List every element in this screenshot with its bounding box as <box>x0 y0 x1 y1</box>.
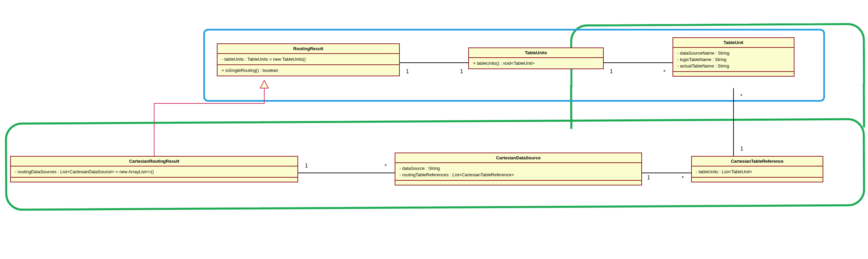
class-operations <box>673 71 794 76</box>
group-green-connector <box>570 83 865 129</box>
attribute: - dataSourceName : String <box>677 50 790 56</box>
attribute: - tableUnits : List<TableUnit> <box>696 168 819 175</box>
class-name: RoutingResult <box>218 44 399 53</box>
class-operations <box>692 177 823 182</box>
multiplicity: * <box>663 69 665 75</box>
operation: + tableUnits() : void<TableUnit> <box>473 60 599 66</box>
class-operations: + isSingleRouting() : boolean <box>218 64 399 76</box>
multiplicity: 1 <box>740 146 743 152</box>
operation: + isSingleRouting() : boolean <box>222 67 395 74</box>
multiplicity: 1 <box>647 175 650 181</box>
multiplicity: 1 <box>406 68 409 75</box>
multiplicity: 1 <box>610 68 613 75</box>
class-cartesian-data-source: CartesianDataSource - dataSource : Strin… <box>395 153 642 185</box>
uml-canvas: RoutingResult - tableUnits : TableUnits … <box>0 0 868 259</box>
attribute: - routingDataSources : List<CartesianDat… <box>15 168 293 175</box>
class-routing-result: RoutingResult - tableUnits : TableUnits … <box>217 43 400 76</box>
multiplicity: * <box>385 163 387 170</box>
class-operations <box>11 177 297 182</box>
class-name: CartesianDataSource <box>395 153 641 162</box>
attribute: - tableUnits : TableUnits = new TableUni… <box>222 56 395 62</box>
class-attributes: - dataSource : String - routingTableRefe… <box>395 162 641 180</box>
class-name: CartesianTableReference <box>692 157 823 166</box>
class-name: CartesianRoutingResult <box>11 157 297 166</box>
class-table-units: TableUnits + tableUnits() : void<TableUn… <box>468 47 604 69</box>
attribute: - actualTableName : String <box>677 63 790 69</box>
multiplicity: * <box>682 175 684 181</box>
class-attributes: - routingDataSources : List<CartesianDat… <box>11 166 297 177</box>
svg-marker-5 <box>260 80 268 88</box>
class-name: TableUnits <box>469 48 603 57</box>
multiplicity: * <box>740 93 742 99</box>
class-name: TableUnit <box>673 38 794 47</box>
class-operations <box>395 180 641 185</box>
attribute: - dataSource : String <box>399 165 637 172</box>
attribute: - logicTableName : String <box>677 56 790 63</box>
class-table-unit: TableUnit - dataSourceName : String - lo… <box>673 37 794 77</box>
multiplicity: 1 <box>460 68 463 75</box>
class-attributes: - tableUnits : TableUnits = new TableUni… <box>218 53 399 64</box>
class-attributes: - tableUnits : List<TableUnit> <box>692 166 823 177</box>
class-attributes: - dataSourceName : String - logicTableNa… <box>673 47 794 71</box>
attribute: - routingTableReferences : List<Cartesia… <box>399 172 637 178</box>
class-cartesian-routing-result: CartesianRoutingResult - routingDataSour… <box>10 156 298 182</box>
multiplicity: 1 <box>305 163 308 169</box>
class-cartesian-table-reference: CartesianTableReference - tableUnits : L… <box>691 156 823 182</box>
class-operations: + tableUnits() : void<TableUnit> <box>469 57 603 68</box>
